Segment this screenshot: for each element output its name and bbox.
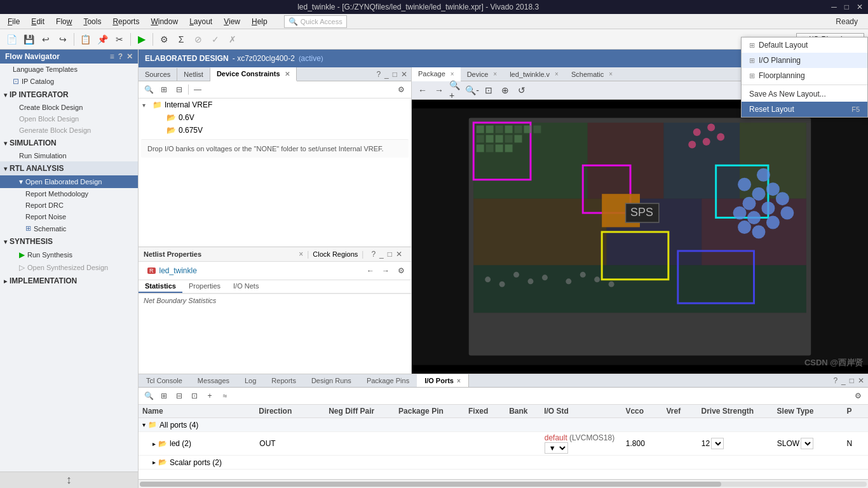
dd-reset-layout[interactable]: Reset Layout F5 <box>742 102 867 117</box>
nav-language-templates[interactable]: Language Templates <box>0 64 138 75</box>
settings-gear-icon[interactable]: ⚙ <box>395 83 407 96</box>
tab-device-constraints[interactable]: Device Constraints ✕ <box>210 67 297 81</box>
tab-device-constraints-close[interactable]: ✕ <box>285 71 290 78</box>
pkg-tab-device[interactable]: Device × <box>461 68 503 81</box>
pkg-select-btn[interactable]: ⊕ <box>498 83 512 97</box>
maximize-btn[interactable]: □ <box>844 3 849 11</box>
io-ports-close[interactable]: × <box>457 377 461 384</box>
nav-schematic[interactable]: ⊞ Schematic <box>0 222 138 234</box>
redo-btn[interactable]: ↪ <box>55 32 71 47</box>
console-tab-log[interactable]: Log <box>237 374 264 387</box>
nav-section-implementation[interactable]: ▸ IMPLEMENTATION <box>0 274 138 288</box>
save-btn[interactable]: 💾 <box>21 32 36 47</box>
console-close-icon[interactable]: ✕ <box>858 376 864 385</box>
pkg-forward-btn[interactable]: → <box>432 83 446 97</box>
new-btn[interactable]: 📄 <box>4 32 19 47</box>
clock-regions-tab[interactable]: Clock Regions <box>313 250 358 258</box>
all-ports-expand[interactable]: ▾ <box>142 421 146 428</box>
menu-help[interactable]: Help <box>247 16 273 27</box>
np-settings-icon[interactable]: ⚙ <box>395 264 407 277</box>
menu-file[interactable]: File <box>3 16 25 27</box>
pkg-refresh-btn[interactable]: ↺ <box>515 83 529 97</box>
nav-section-rtl-analysis[interactable]: ▾ RTL ANALYSIS <box>0 161 138 175</box>
pkg-fit-btn[interactable]: ⊡ <box>482 83 496 97</box>
led-slew-select[interactable]: ▼ <box>801 438 813 449</box>
nav-help-icon[interactable]: ? <box>118 52 123 61</box>
np-tab-io-nets[interactable]: I/O Nets <box>227 280 265 293</box>
nav-open-block-design[interactable]: Open Block Design <box>0 113 138 125</box>
sigma-btn[interactable]: Σ <box>173 32 189 47</box>
prog-btn[interactable]: ⚙ <box>156 32 172 47</box>
io-add-btn[interactable]: + <box>203 390 216 402</box>
io-settings-icon[interactable]: ⚙ <box>851 390 864 402</box>
console-scrollbar[interactable] <box>139 479 868 488</box>
pkg-tab-device-close[interactable]: × <box>493 71 497 78</box>
np-tab-statistics[interactable]: Statistics <box>139 280 182 293</box>
io-search-btn[interactable]: 🔍 <box>142 390 155 402</box>
scalar-ports-name[interactable]: ▸ 📂 Scalar ports (2) <box>142 458 259 467</box>
pkg-tab-schematic[interactable]: Schematic × <box>565 68 619 81</box>
flow-nav-scroll[interactable]: ↕ <box>0 471 138 488</box>
tree-0-675v[interactable]: 📂 0.675V <box>139 124 411 137</box>
console-tab-design-runs[interactable]: Design Runs <box>304 374 359 387</box>
netlist-props-close[interactable]: × <box>299 250 303 259</box>
console-tab-io-ports[interactable]: I/O Ports × <box>417 374 469 387</box>
dd-default-layout[interactable]: ⊞Default Layout <box>742 37 867 53</box>
np-close-icon[interactable]: ✕ <box>396 250 402 259</box>
led-expand[interactable]: ▸ <box>153 440 156 447</box>
expand-all-btn[interactable]: ⊞ <box>158 83 170 96</box>
menu-edit[interactable]: Edit <box>26 16 50 27</box>
minus-btn[interactable]: — <box>191 83 204 96</box>
nav-report-methodology[interactable]: Report Methodology <box>0 188 138 200</box>
nav-run-synthesis[interactable]: ▶ Run Synthesis <box>0 248 138 261</box>
minimize-btn[interactable]: ─ <box>831 3 837 11</box>
nav-close-icon[interactable]: ✕ <box>126 52 133 61</box>
pkg-tab-package-close[interactable]: × <box>451 71 454 78</box>
pkg-zoom-in-btn[interactable]: 🔍+ <box>449 83 463 97</box>
pkg-tab-led-twinkle-close[interactable]: × <box>555 71 559 78</box>
dd-io-planning[interactable]: ⊞I/O Planning <box>742 53 867 68</box>
np-help-icon[interactable]: ? <box>371 250 376 259</box>
nav-create-block-design[interactable]: Create Block Design <box>0 102 138 113</box>
menu-flow[interactable]: Flow <box>51 16 77 27</box>
np-back-btn[interactable]: ← <box>364 264 377 277</box>
nav-open-elaborated-design[interactable]: ▾ Open Elaborated Design <box>0 175 138 188</box>
nav-ip-catalog[interactable]: ⊡ IP Catalog <box>0 75 138 88</box>
console-max-icon[interactable]: □ <box>850 376 854 385</box>
dd-floorplanning[interactable]: ⊞Floorplanning <box>742 68 867 83</box>
console-min-icon[interactable]: _ <box>841 376 846 385</box>
panel-minimize-icon[interactable]: _ <box>384 70 389 79</box>
copy-btn[interactable]: 📋 <box>78 32 93 47</box>
close-btn[interactable]: ✕ <box>857 3 863 11</box>
pkg-tab-schematic-close[interactable]: × <box>609 71 613 78</box>
x-btn[interactable]: ✗ <box>225 32 240 47</box>
console-tab-reports[interactable]: Reports <box>264 374 304 387</box>
io-special-btn[interactable]: ≈ <box>219 390 231 402</box>
run-btn[interactable]: ▶ <box>134 32 149 47</box>
console-help-icon[interactable]: ? <box>833 376 837 385</box>
tab-netlist[interactable]: Netlist <box>177 68 210 81</box>
led-name[interactable]: ▸ 📂 led (2) <box>142 439 259 448</box>
menu-window[interactable]: Window <box>146 16 183 27</box>
nav-report-noise[interactable]: Report Noise <box>0 211 138 222</box>
cancel-btn[interactable]: ⊘ <box>191 32 206 47</box>
nav-section-simulation[interactable]: ▾ SIMULATION <box>0 136 138 150</box>
io-collapse-btn[interactable]: ⊟ <box>173 390 186 402</box>
nav-run-simulation[interactable]: Run Simulation <box>0 150 138 161</box>
np-max-icon[interactable]: □ <box>388 250 392 259</box>
menu-reports[interactable]: Reports <box>107 16 144 27</box>
console-tab-package-pins[interactable]: Package Pins <box>359 374 417 387</box>
menu-layout[interactable]: Layout <box>184 16 217 27</box>
led-drive-select[interactable]: ▼ <box>711 438 724 449</box>
collapse-all-btn[interactable]: ⊟ <box>173 83 186 96</box>
panel-maximize-icon[interactable]: □ <box>393 70 397 79</box>
pkg-zoom-out-btn[interactable]: 🔍- <box>465 83 479 97</box>
io-select-btn[interactable]: ⊡ <box>188 390 201 402</box>
cut-btn[interactable]: ✂ <box>112 32 127 47</box>
nav-report-drc[interactable]: Report DRC <box>0 200 138 211</box>
nav-open-synthesized-design[interactable]: ▷ Open Synthesized Design <box>0 261 138 274</box>
pkg-tab-package[interactable]: Package × <box>412 67 461 81</box>
pkg-back-btn[interactable]: ← <box>416 83 430 97</box>
scalar-expand[interactable]: ▸ <box>153 459 156 466</box>
panel-close-icon[interactable]: ✕ <box>401 70 407 79</box>
